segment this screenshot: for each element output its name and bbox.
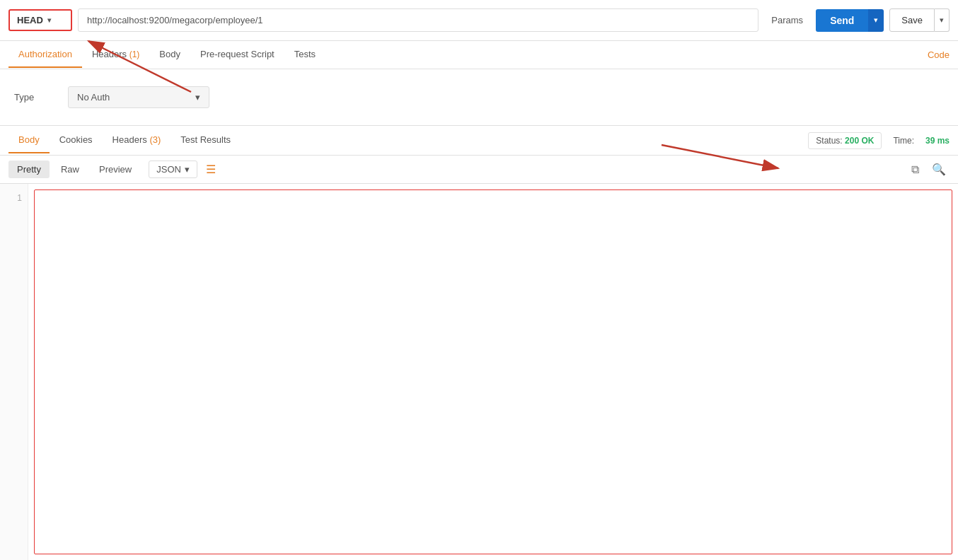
- method-label: HEAD: [17, 15, 43, 25]
- save-group: Save ▾: [889, 8, 950, 32]
- code-link[interactable]: Code: [928, 49, 950, 60]
- toolbar-right: ⧉ 🔍: [908, 161, 950, 177]
- status-area: Status: 200 OK Time: 39 ms: [808, 132, 950, 149]
- code-area: 1: [0, 184, 958, 560]
- line-numbers: 1: [0, 184, 28, 560]
- save-dropdown-button[interactable]: ▾: [935, 8, 950, 32]
- send-group: Send ▾: [816, 9, 884, 32]
- tab-cookies[interactable]: Cookies: [50, 127, 103, 153]
- wrap-icon: ☰: [206, 163, 216, 175]
- tab-headers-response[interactable]: Headers (3): [103, 127, 171, 153]
- auth-section: Type No Auth ▾: [0, 69, 958, 126]
- tab-headers[interactable]: Headers (1): [82, 42, 149, 68]
- time-label: Time:: [893, 136, 914, 146]
- send-button[interactable]: Send: [816, 9, 868, 32]
- type-row: Type No Auth ▾: [14, 86, 944, 108]
- format-value: JSON: [156, 164, 181, 175]
- code-content[interactable]: [28, 184, 958, 560]
- request-tabs: Authorization Headers (1) Body Pre-reque…: [0, 41, 958, 69]
- wrap-button[interactable]: ☰: [200, 160, 221, 179]
- search-button[interactable]: 🔍: [928, 161, 950, 177]
- method-chevron-icon: ▾: [47, 16, 51, 24]
- auth-type-chevron-icon: ▾: [195, 92, 200, 103]
- format-chevron-icon: ▾: [185, 164, 190, 175]
- headers-badge: (1): [129, 49, 140, 59]
- view-raw-button[interactable]: Raw: [52, 161, 88, 178]
- tab-test-results[interactable]: Test Results: [171, 127, 241, 153]
- line-number-1: 1: [6, 191, 22, 206]
- search-icon: 🔍: [932, 163, 946, 175]
- view-pretty-button[interactable]: Pretty: [8, 161, 50, 178]
- save-button[interactable]: Save: [889, 8, 935, 32]
- tab-body-response[interactable]: Body: [8, 127, 50, 153]
- time-value: 39 ms: [925, 136, 950, 146]
- status-badge: Status: 200 OK: [808, 132, 882, 149]
- url-input[interactable]: [78, 8, 758, 32]
- tab-body-request[interactable]: Body: [149, 42, 190, 68]
- send-dropdown-button[interactable]: ▾: [868, 9, 884, 32]
- tab-prerequest[interactable]: Pre-request Script: [190, 42, 284, 68]
- view-preview-button[interactable]: Preview: [91, 161, 140, 178]
- type-label: Type: [14, 92, 57, 103]
- params-button[interactable]: Params: [764, 11, 810, 30]
- format-dropdown[interactable]: JSON ▾: [149, 161, 197, 178]
- status-label: Status:: [816, 136, 842, 146]
- headers-response-badge: (3): [149, 134, 161, 145]
- response-tabs: Body Cookies Headers (3) Test Results St…: [0, 126, 958, 156]
- response-highlight-box: [34, 189, 952, 554]
- tab-authorization[interactable]: Authorization: [8, 42, 82, 68]
- copy-button[interactable]: ⧉: [908, 161, 923, 177]
- auth-type-dropdown[interactable]: No Auth ▾: [68, 86, 209, 108]
- method-dropdown[interactable]: HEAD ▾: [8, 9, 72, 31]
- copy-icon: ⧉: [911, 163, 919, 175]
- status-value: 200 OK: [845, 136, 874, 146]
- tab-tests[interactable]: Tests: [284, 42, 325, 68]
- body-toolbar: Pretty Raw Preview JSON ▾ ☰ ⧉ 🔍: [0, 156, 958, 184]
- top-bar: HEAD ▾ Params Send ▾ Save ▾: [0, 0, 958, 41]
- auth-type-value: No Auth: [77, 92, 110, 103]
